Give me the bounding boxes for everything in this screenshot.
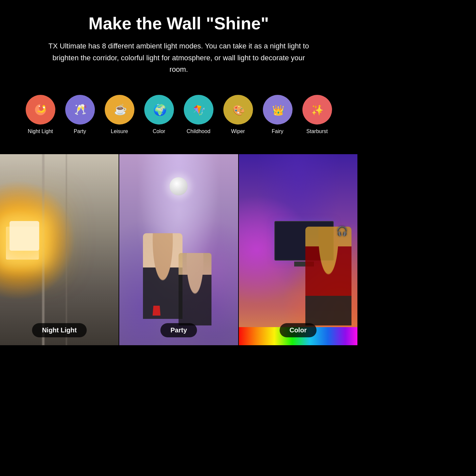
photo-panel-party-photo: Party [119, 154, 238, 345]
mode-item-starburst: ✨ ★ ★ ★ Starburst [302, 95, 332, 134]
svg-text:★: ★ [82, 103, 85, 108]
mode-label-childhood: Childhood [186, 128, 210, 134]
svg-text:🪁: 🪁 [193, 104, 206, 116]
mode-label-night-light: Night Light [28, 128, 53, 134]
mode-item-night-light: 🌙 ★ ★ Night Light [26, 95, 55, 134]
mode-icon-starburst: ✨ ★ ★ ★ [302, 95, 332, 125]
photos-section: Night LightParty🎧Color [0, 154, 357, 345]
mode-item-wiper: 🎨 Wiper [223, 95, 253, 134]
svg-text:★: ★ [319, 110, 322, 114]
mode-icon-fairy: 👑 [263, 95, 293, 125]
mode-label-party: Party [74, 128, 86, 134]
photo-label-party-photo: Party [160, 323, 197, 337]
svg-text:👑: 👑 [272, 104, 285, 116]
photo-label-night-light-photo: Night Light [32, 323, 87, 337]
mode-icon-color: 🌍 [144, 95, 174, 125]
mode-item-childhood: 🪁 Childhood [184, 95, 213, 134]
wall-light-sconce [10, 221, 39, 251]
svg-text:🌍: 🌍 [153, 103, 167, 117]
mode-item-fairy: 👑 Fairy [263, 95, 293, 134]
svg-text:★: ★ [42, 105, 46, 109]
person-figure-2 [179, 253, 211, 325]
mode-label-fairy: Fairy [272, 128, 284, 134]
modes-row: 🌙 ★ ★ Night Light 🥂 ★ ★ Party ☕ Leisure … [20, 88, 338, 144]
person-at-desk [305, 227, 351, 325]
photo-panel-color-photo: 🎧Color [238, 154, 357, 345]
mode-label-starburst: Starburst [306, 128, 328, 134]
mode-item-leisure: ☕ Leisure [105, 95, 134, 134]
globe-lamp [170, 177, 188, 195]
mode-item-color: 🌍 Color [144, 95, 174, 134]
mode-icon-childhood: 🪁 [184, 95, 213, 125]
mode-icon-leisure: ☕ [105, 95, 134, 125]
mode-icon-wiper: 🎨 [223, 95, 253, 125]
svg-text:🎨: 🎨 [233, 104, 245, 116]
subtitle-text: TX Ultimate has 8 different ambient ligh… [44, 40, 314, 75]
main-title: Make the Wall "Shine" [20, 13, 338, 34]
mode-icon-party: 🥂 ★ ★ [65, 95, 95, 125]
mode-label-color: Color [153, 128, 165, 134]
svg-text:★: ★ [318, 104, 321, 108]
mode-label-wiper: Wiper [231, 128, 245, 134]
svg-text:★: ★ [75, 104, 77, 107]
photo-panel-night-light-photo: Night Light [0, 154, 119, 345]
mode-icon-night-light: 🌙 ★ ★ [26, 95, 55, 125]
svg-text:☕: ☕ [114, 103, 127, 116]
party-cup-1 [153, 306, 160, 316]
headphones: 🎧 [336, 226, 348, 237]
photo-label-color-photo: Color [280, 323, 317, 337]
person-figure-1 [143, 233, 182, 319]
mode-item-party: 🥂 ★ ★ Party [65, 95, 95, 134]
svg-text:★: ★ [312, 104, 315, 108]
svg-text:★: ★ [38, 104, 41, 108]
top-section: Make the Wall "Shine" TX Ultimate has 8 … [0, 0, 357, 154]
mode-label-leisure: Leisure [111, 128, 128, 134]
